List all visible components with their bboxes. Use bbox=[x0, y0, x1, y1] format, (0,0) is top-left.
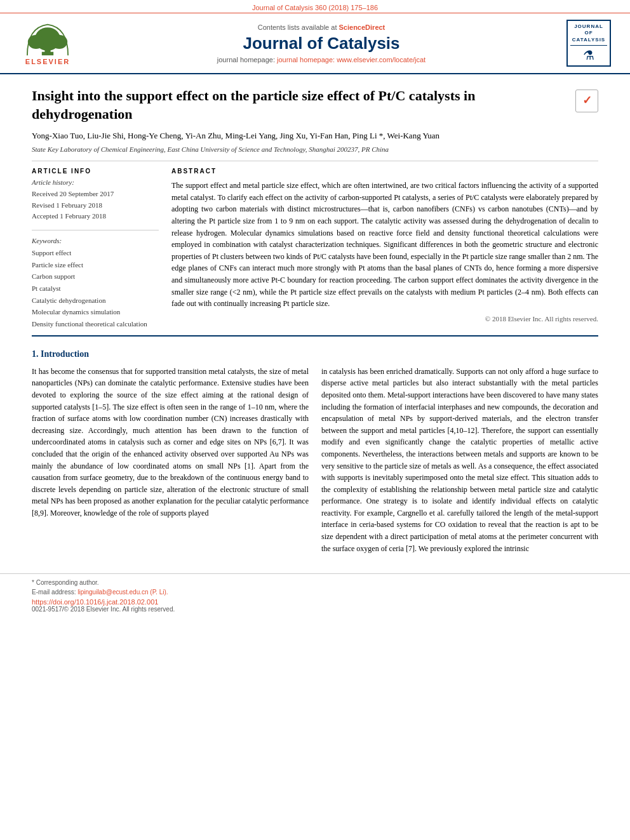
intro-col-left: It has become the consensus that for sup… bbox=[32, 366, 309, 555]
footer-email-line: E-mail address: lipinguilab@ecust.edu.cn… bbox=[32, 589, 598, 596]
keyword-6: Molecular dynamics simulation bbox=[32, 306, 159, 318]
keyword-1: Support effect bbox=[32, 247, 159, 259]
accepted-date: Accepted 1 February 2018 bbox=[32, 211, 159, 222]
keyword-4: Pt catalyst bbox=[32, 283, 159, 295]
homepage-label-text: journal homepage: bbox=[217, 56, 277, 63]
section-title: 1. Introduction bbox=[32, 349, 598, 359]
journal-header: ELSEVIER Contents lists available at Sci… bbox=[0, 13, 630, 74]
footer-email-label: E-mail address: bbox=[32, 589, 76, 596]
article-content: Insight into the support effect on the p… bbox=[0, 74, 630, 561]
svg-rect-4 bbox=[42, 51, 53, 55]
journal-citation: Journal of Catalysis 360 (2018) 175–186 bbox=[252, 4, 378, 11]
intro-text-left: It has become the consensus that for sup… bbox=[32, 367, 309, 517]
keywords-label: Keywords: bbox=[32, 237, 159, 244]
article-title-container: Insight into the support effect on the p… bbox=[32, 87, 598, 123]
article-info-abstract: ARTICLE INFO Article history: Received 2… bbox=[32, 168, 598, 330]
abstract-column: ABSTRACT The support effect and metal pa… bbox=[171, 168, 598, 330]
sciencedirect-line: Contents lists available at ScienceDirec… bbox=[83, 23, 560, 31]
copyright: © 2018 Elsevier Inc. All rights reserved… bbox=[171, 315, 598, 323]
journal-badge: JOURNAL OFCATALYSIS ⚗ bbox=[566, 20, 611, 67]
divider-keywords bbox=[32, 230, 159, 230]
elsevier-logo: ELSEVIER bbox=[19, 22, 76, 65]
journal-header-center: Contents lists available at ScienceDirec… bbox=[83, 23, 560, 63]
abstract-label: ABSTRACT bbox=[171, 168, 598, 175]
elsevier-tree-icon bbox=[22, 22, 73, 57]
article-footer: * Corresponding author. E-mail address: … bbox=[0, 573, 630, 618]
elsevier-wordmark: ELSEVIER bbox=[25, 58, 70, 65]
sciencedirect-link[interactable]: ScienceDirect bbox=[339, 23, 385, 31]
keyword-5: Catalytic dehydrogenation bbox=[32, 295, 159, 307]
article-history: Article history: Received 20 September 2… bbox=[32, 178, 159, 222]
journal-homepage: journal homepage: journal homepage: www.… bbox=[83, 56, 560, 63]
badge-icon: ⚗ bbox=[570, 48, 607, 63]
divider-1 bbox=[32, 161, 598, 161]
abstract-text: The support effect and metal particle si… bbox=[171, 180, 598, 310]
footer-corresponding: * Corresponding author. bbox=[32, 579, 598, 586]
authors: Yong-Xiao Tuo, Liu-Jie Shi, Hong-Ye Chen… bbox=[32, 130, 598, 143]
history-label: Article history: bbox=[32, 178, 159, 186]
keyword-2: Particle size effect bbox=[32, 259, 159, 271]
footer-doi[interactable]: https://doi.org/10.1016/j.jcat.2018.02.0… bbox=[32, 598, 598, 606]
homepage-url[interactable]: journal homepage: www.elsevier.com/locat… bbox=[277, 56, 426, 63]
footer-asterisk-text: * Corresponding author. bbox=[32, 579, 99, 586]
keywords-section: Keywords: Support effect Particle size e… bbox=[32, 237, 159, 330]
affiliation: State Key Laboratory of Chemical Enginee… bbox=[32, 145, 598, 153]
article-info-label: ARTICLE INFO bbox=[32, 168, 159, 175]
badge-journal-title: JOURNAL OFCATALYSIS bbox=[570, 23, 607, 43]
crossmark-badge[interactable]: ✓ bbox=[575, 90, 598, 112]
keyword-7: Density functional theoretical calculati… bbox=[32, 318, 159, 330]
introduction-section: 1. Introduction It has become the consen… bbox=[32, 349, 598, 555]
footer-issn: 0021-9517/© 2018 Elsevier Inc. All right… bbox=[32, 606, 598, 613]
divider-thick bbox=[32, 335, 598, 337]
intro-col-right: in catalysis has been enriched dramatica… bbox=[321, 366, 598, 555]
intro-text-right: in catalysis has been enriched dramatica… bbox=[321, 367, 598, 553]
revised-date: Revised 1 February 2018 bbox=[32, 200, 159, 211]
authors-text: Yong-Xiao Tuo, Liu-Jie Shi, Hong-Ye Chen… bbox=[32, 131, 439, 140]
journal-name: Journal of Catalysis bbox=[83, 34, 560, 53]
contents-available-text: Contents lists available at bbox=[258, 23, 337, 31]
introduction-two-col: It has become the consensus that for sup… bbox=[32, 366, 598, 555]
keyword-3: Carbon support bbox=[32, 270, 159, 283]
article-title: Insight into the support effect on the p… bbox=[32, 87, 569, 123]
received-date: Received 20 September 2017 bbox=[32, 189, 159, 200]
footer-email[interactable]: lipinguilab@ecust.edu.cn (P. Li). bbox=[77, 589, 168, 596]
article-info-column: ARTICLE INFO Article history: Received 2… bbox=[32, 168, 159, 330]
badge-divider bbox=[570, 45, 607, 46]
journal-top-bar: Journal of Catalysis 360 (2018) 175–186 bbox=[0, 0, 630, 13]
